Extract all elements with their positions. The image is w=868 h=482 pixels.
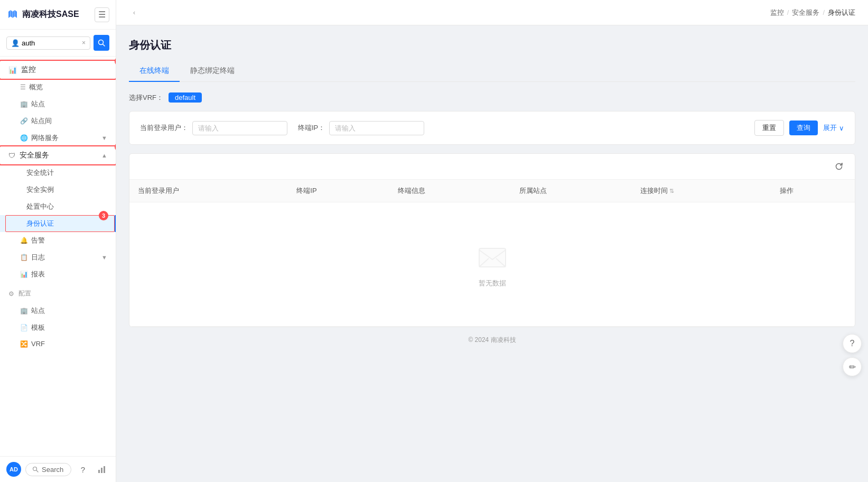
sidebar-item-alarm[interactable]: 🔔 告警 — [0, 232, 116, 249]
filter-terminal-ip: 终端IP： — [298, 121, 424, 135]
sidebar-item-label: 处置中心 — [26, 202, 54, 211]
footer-stats-button[interactable] — [95, 462, 109, 477]
empty-state-cell: 暂无数据 — [129, 202, 855, 327]
col-header-action: 操作 — [771, 180, 855, 202]
site-link-icon: 🔗 — [20, 117, 28, 125]
sidebar-item-report[interactable]: 📊 报表 — [0, 266, 116, 283]
sidebar-item-label: VRF — [31, 340, 45, 348]
float-edit-button[interactable]: ✏ — [843, 357, 862, 376]
sidebar-item-template[interactable]: 📄 模板 — [0, 319, 116, 336]
col-header-terminal-ip: 终端IP — [288, 180, 389, 202]
sidebar-item-vrf[interactable]: 🔀 VRF — [0, 336, 116, 351]
sidebar-item-label: 站点 — [31, 99, 45, 109]
expand-button[interactable]: 展开 ∨ — [823, 123, 844, 133]
breadcrumb-item-security[interactable]: 安全服务 — [792, 8, 819, 17]
log-icon: 📋 — [20, 254, 28, 261]
refresh-button[interactable] — [832, 159, 846, 174]
breadcrumb-sep-2: / — [823, 8, 825, 16]
current-user-input[interactable] — [192, 121, 287, 135]
footer-help-button[interactable]: ? — [76, 462, 90, 477]
sidebar-item-config-site[interactable]: 🏢 站点 — [0, 302, 116, 319]
badge-3: 3 — [99, 211, 108, 220]
connect-time-label: 连接时间 — [640, 187, 668, 194]
svg-rect-6 — [104, 466, 105, 473]
sidebar-item-security[interactable]: 🛡 安全服务 2 ▲ — [0, 146, 116, 164]
empty-text: 暂无数据 — [479, 279, 506, 288]
float-help-button[interactable]: ? — [843, 334, 862, 353]
tab-bar: 在线终端 静态绑定终端 — [129, 61, 855, 82]
float-help-icon: ? — [850, 339, 855, 348]
sidebar-item-security-process[interactable]: 处置中心 — [0, 198, 116, 215]
template-icon: 📄 — [20, 324, 28, 331]
breadcrumb-item-monitor[interactable]: 监控 — [770, 8, 784, 17]
footer-search-button[interactable]: Search — [25, 463, 71, 476]
tab-static-terminal[interactable]: 静态绑定终端 — [180, 61, 245, 82]
sidebar-item-security-stat[interactable]: 安全统计 — [0, 164, 116, 181]
collapse-arrow-icon: ▲ — [101, 152, 107, 159]
refresh-icon — [835, 162, 843, 171]
sidebar-item-label: 日志 — [31, 253, 45, 262]
sidebar-item-label: 站点间 — [31, 116, 52, 126]
sidebar-item-label: 模板 — [31, 323, 45, 332]
search-clear-icon[interactable]: × — [82, 39, 86, 47]
sidebar-search-button[interactable] — [94, 35, 109, 51]
terminal-ip-label: 终端IP： — [298, 123, 325, 133]
sidebar-search-area: 👤 × — [0, 30, 116, 57]
reset-button[interactable]: 重置 — [754, 120, 784, 136]
monitor-icon: 📊 — [8, 66, 17, 74]
sidebar-item-site[interactable]: 🏢 站点 — [0, 96, 116, 113]
data-table: 当前登录用户 终端IP 终端信息 所属站点 连接时间 ⇅ 操作 — [129, 180, 855, 327]
sidebar-item-security-case[interactable]: 安全实例 — [0, 181, 116, 198]
main-content: ‹ 监控 / 安全服务 / 身份认证 身份认证 在线终端 静态绑定终端 选择VR… — [116, 0, 868, 482]
collapse-button[interactable]: ‹ — [129, 7, 139, 18]
sidebar-nav: 📊 监控 1 ☰ 概览 🏢 站点 🔗 站点间 🌐 网络服务 ▼ 🛡 安全服 — [0, 57, 116, 456]
menu-toggle-button[interactable]: ☰ — [95, 7, 109, 22]
col-header-site: 所属站点 — [511, 180, 632, 202]
search-icon — [98, 39, 105, 47]
footer-text: © 2024 南凌科技 — [468, 336, 516, 344]
query-button[interactable]: 查询 — [789, 121, 818, 135]
svg-line-3 — [36, 470, 38, 472]
alarm-icon: 🔔 — [20, 237, 28, 244]
sidebar-search-input[interactable] — [22, 39, 80, 47]
vrf-selector-row: 选择VRF： default — [129, 92, 855, 103]
security-icon: 🛡 — [8, 152, 15, 160]
col-header-terminal-info: 终端信息 — [389, 180, 510, 202]
sidebar-item-label: 安全实例 — [26, 185, 54, 194]
sidebar-logo: 南凌科技SASE ☰ — [0, 0, 116, 30]
sidebar-item-label: 安全统计 — [26, 168, 54, 178]
col-header-connect-time[interactable]: 连接时间 ⇅ — [632, 180, 771, 202]
empty-state-icon — [477, 240, 508, 272]
svg-point-2 — [33, 467, 37, 471]
sidebar-item-monitor[interactable]: 📊 监控 1 — [0, 61, 116, 79]
filter-actions: 重置 查询 展开 ∨ — [754, 120, 844, 136]
sidebar-item-overview[interactable]: ☰ 概览 — [0, 79, 116, 96]
expand-label: 展开 — [823, 123, 837, 133]
sidebar-item-network[interactable]: 🌐 网络服务 ▼ — [0, 129, 116, 146]
sidebar-item-label: 告警 — [31, 236, 45, 245]
user-icon: 👤 — [11, 39, 20, 47]
sidebar-item-label: 概览 — [29, 82, 43, 92]
avatar[interactable]: AD — [6, 462, 21, 477]
terminal-ip-input[interactable] — [329, 121, 424, 135]
vrf-label: 选择VRF： — [129, 93, 163, 103]
content-area: 身份认证 在线终端 静态绑定终端 选择VRF： default 当前登录用户： … — [116, 25, 868, 482]
sidebar-item-identity-auth[interactable]: 身份认证 3 — [0, 215, 116, 232]
sidebar-group-label: 配置 — [18, 289, 31, 298]
sidebar-item-site-link[interactable]: 🔗 站点间 — [0, 113, 116, 129]
vrf-tag-default[interactable]: default — [169, 92, 202, 103]
tab-online-terminal[interactable]: 在线终端 — [129, 61, 180, 82]
sidebar-item-label: 身份认证 — [26, 219, 54, 228]
page-title: 身份认证 — [129, 38, 855, 52]
sidebar-item-label: 站点 — [31, 306, 45, 316]
breadcrumb: 监控 / 安全服务 / 身份认证 — [770, 8, 855, 17]
expand-arrow-icon: ▼ — [101, 135, 107, 141]
footer-search-label: Search — [42, 466, 63, 474]
breadcrumb-sep-1: / — [787, 8, 789, 16]
breadcrumb-item-current: 身份认证 — [828, 8, 855, 17]
col-header-current-user: 当前登录用户 — [129, 180, 288, 202]
config-site-icon: 🏢 — [20, 307, 28, 314]
current-user-label: 当前登录用户： — [140, 123, 188, 133]
help-icon: ? — [81, 465, 85, 474]
sidebar-item-log[interactable]: 📋 日志 ▼ — [0, 249, 116, 266]
